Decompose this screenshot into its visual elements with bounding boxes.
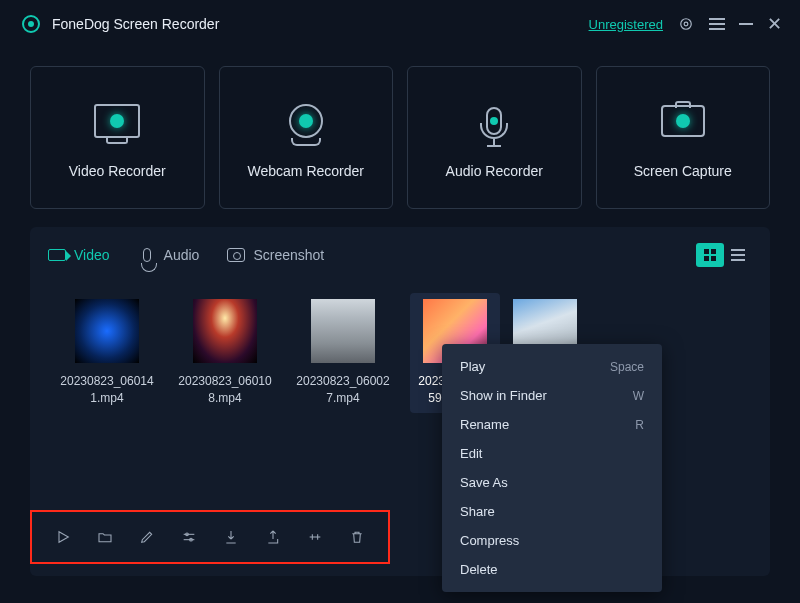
grid-icon xyxy=(704,249,716,261)
library-tabs: Video Audio Screenshot xyxy=(48,227,752,283)
menu-label: Share xyxy=(460,504,495,519)
export-icon xyxy=(265,528,281,546)
thumbnail xyxy=(75,299,139,363)
mode-audio-recorder[interactable]: Audio Recorder xyxy=(407,66,582,209)
menu-button[interactable] xyxy=(709,18,725,30)
file-name: 20230823_060027.mp4 xyxy=(288,373,398,407)
list-icon xyxy=(731,249,745,261)
mode-screen-capture[interactable]: Screen Capture xyxy=(596,66,771,209)
webcam-icon xyxy=(289,97,323,145)
list-view-button[interactable] xyxy=(724,243,752,267)
context-menu: Play Space Show in Finder W Rename R Edi… xyxy=(442,344,662,592)
title-bar: FoneDog Screen Recorder Unregistered ✕ xyxy=(0,0,800,48)
close-button[interactable]: ✕ xyxy=(767,15,782,33)
thumbnail xyxy=(311,299,375,363)
menu-shortcut: R xyxy=(635,418,644,432)
menu-label: Rename xyxy=(460,417,509,432)
grid-view-button[interactable] xyxy=(696,243,724,267)
thumbnail xyxy=(193,299,257,363)
tab-label: Audio xyxy=(164,247,200,263)
monitor-icon xyxy=(94,97,140,145)
trim-button[interactable] xyxy=(294,517,336,557)
settings-button[interactable] xyxy=(677,15,695,33)
file-name: 20230823_060141.mp4 xyxy=(52,373,162,407)
context-menu-save-as[interactable]: Save As xyxy=(442,468,662,497)
play-icon xyxy=(55,529,71,545)
trim-icon xyxy=(306,529,324,545)
open-folder-button[interactable] xyxy=(84,517,126,557)
menu-label: Play xyxy=(460,359,485,374)
tab-audio[interactable]: Audio xyxy=(138,247,200,263)
menu-label: Save As xyxy=(460,475,508,490)
action-toolbar xyxy=(30,510,390,564)
mode-selector-row: Video Recorder Webcam Recorder Audio Rec… xyxy=(0,48,800,209)
mode-label: Video Recorder xyxy=(69,163,166,179)
registration-status-link[interactable]: Unregistered xyxy=(589,17,663,32)
import-button[interactable] xyxy=(210,517,252,557)
play-button[interactable] xyxy=(42,517,84,557)
hamburger-icon xyxy=(709,18,725,20)
import-icon xyxy=(223,528,239,546)
context-menu-compress[interactable]: Compress xyxy=(442,526,662,555)
menu-label: Show in Finder xyxy=(460,388,547,403)
file-name: 20230823_060108.mp4 xyxy=(170,373,280,407)
export-button[interactable] xyxy=(252,517,294,557)
delete-button[interactable] xyxy=(336,517,378,557)
screenshot-icon xyxy=(227,248,245,262)
gallery-item[interactable]: 20230823_060027.mp4 xyxy=(284,293,402,413)
pencil-icon xyxy=(139,529,155,545)
app-title: FoneDog Screen Recorder xyxy=(52,16,589,32)
menu-label: Delete xyxy=(460,562,498,577)
mode-label: Audio Recorder xyxy=(446,163,543,179)
tab-label: Screenshot xyxy=(253,247,324,263)
gallery-item[interactable]: 20230823_060108.mp4 xyxy=(166,293,284,413)
mode-webcam-recorder[interactable]: Webcam Recorder xyxy=(219,66,394,209)
context-menu-play[interactable]: Play Space xyxy=(442,352,662,381)
context-menu-rename[interactable]: Rename R xyxy=(442,410,662,439)
camera-icon xyxy=(661,97,705,145)
mode-label: Webcam Recorder xyxy=(248,163,364,179)
microphone-icon xyxy=(486,97,502,145)
context-menu-share[interactable]: Share xyxy=(442,497,662,526)
menu-shortcut: W xyxy=(633,389,644,403)
context-menu-show-in-finder[interactable]: Show in Finder W xyxy=(442,381,662,410)
mode-label: Screen Capture xyxy=(634,163,732,179)
minimize-button[interactable] xyxy=(739,23,753,25)
menu-label: Edit xyxy=(460,446,482,461)
view-toggle xyxy=(696,243,752,267)
audio-icon xyxy=(138,248,156,262)
menu-label: Compress xyxy=(460,533,519,548)
gallery-item[interactable]: 20230823_060141.mp4 xyxy=(48,293,166,413)
svg-point-0 xyxy=(681,19,692,30)
app-logo-icon xyxy=(22,15,40,33)
svg-marker-2 xyxy=(59,532,68,543)
adjust-button[interactable] xyxy=(168,517,210,557)
gear-icon xyxy=(677,15,695,33)
context-menu-edit[interactable]: Edit xyxy=(442,439,662,468)
menu-shortcut: Space xyxy=(610,360,644,374)
svg-point-1 xyxy=(684,22,688,26)
sliders-icon xyxy=(180,529,198,545)
video-icon xyxy=(48,248,66,262)
context-menu-delete[interactable]: Delete xyxy=(442,555,662,584)
folder-icon xyxy=(96,529,114,545)
tab-video[interactable]: Video xyxy=(48,247,110,263)
tab-screenshot[interactable]: Screenshot xyxy=(227,247,324,263)
edit-button[interactable] xyxy=(126,517,168,557)
trash-icon xyxy=(349,528,365,546)
mode-video-recorder[interactable]: Video Recorder xyxy=(30,66,205,209)
tab-label: Video xyxy=(74,247,110,263)
